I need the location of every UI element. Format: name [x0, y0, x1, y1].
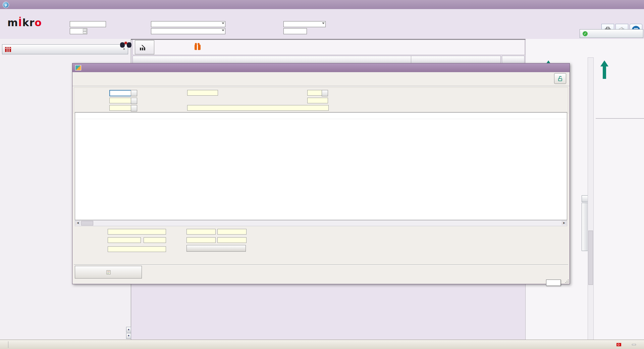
scroll-down-icon[interactable]: ▼ [126, 333, 131, 339]
tooltip [546, 280, 561, 286]
binoculars-icon[interactable] [120, 41, 131, 49]
durumu-input[interactable] [307, 98, 328, 103]
application-window: µ mİkro [0, 0, 644, 349]
toplam-input[interactable] [186, 229, 216, 235]
dialog-form [74, 87, 568, 114]
hesap-adi-input[interactable] [108, 229, 166, 235]
scroll-right-icon[interactable]: ► [561, 220, 567, 225]
hesap-bakiyesi-input[interactable] [108, 237, 141, 243]
gift-icon [195, 45, 201, 50]
edefter-button[interactable] [75, 266, 142, 279]
tahakkuk-no-input[interactable] [283, 28, 307, 34]
fis-aciklama-input[interactable] [187, 105, 329, 111]
links-bar [132, 40, 525, 55]
app-header: mİkro [0, 9, 644, 40]
fis-sihirbazi-button[interactable] [186, 245, 246, 252]
chevron-down-icon [322, 22, 325, 24]
dialog-button-row [74, 264, 568, 279]
chevron-down-icon [222, 22, 224, 24]
spinner-icon [83, 29, 87, 34]
check-icon: ✓ [583, 31, 588, 36]
dialog-icon [75, 65, 81, 70]
grup-kodu-input[interactable] [307, 90, 322, 96]
mukellefini-getir-link[interactable] [195, 45, 203, 50]
month-calendar[interactable] [596, 118, 644, 119]
scrollbar-thumb[interactable] [81, 221, 93, 226]
chart-icon [140, 44, 147, 50]
firma-select[interactable] [151, 21, 225, 27]
update-badge[interactable]: ✓ [580, 29, 643, 38]
yevmiye-no-lookup-button[interactable] [131, 105, 137, 111]
sidebar-section-genel-muhasebe[interactable]: » [2, 44, 128, 54]
bakiye-input2[interactable] [217, 237, 247, 243]
hesap-bakiyesi-input2[interactable] [144, 237, 166, 243]
sonraki-collapsed-tab[interactable] [582, 203, 588, 251]
dialog-toolbar [72, 72, 570, 87]
mali-yil-input[interactable] [70, 28, 87, 34]
scroll-left-icon[interactable]: ◄ [75, 220, 80, 225]
chevron-down-icon [222, 30, 224, 31]
merkez-adi-input[interactable] [108, 246, 166, 252]
sidebar-scroll-arrows: ▲ ▼ [126, 327, 131, 339]
num-indicator [632, 344, 636, 345]
fis-tipi-input[interactable] [187, 90, 218, 96]
binders-icon [5, 47, 11, 52]
toplam-input2[interactable] [217, 229, 247, 235]
evrak-detayli-dialog: ◄ ► [72, 63, 570, 284]
flag-icon [616, 343, 621, 346]
scrl-indicator [639, 344, 642, 345]
tarih-lookup-button[interactable] [131, 90, 137, 96]
entries-grid[interactable] [75, 112, 567, 220]
tahakkuk-ayi-select[interactable] [283, 21, 326, 27]
panel-expand-button[interactable] [582, 195, 588, 202]
grid-horizontal-scrollbar[interactable]: ◄ ► [75, 220, 567, 226]
veri-tabani-input[interactable] [70, 21, 106, 27]
vertical-scrollbar[interactable] [588, 57, 594, 340]
unlock-icon[interactable] [554, 73, 566, 84]
grup-kodu-lookup-button[interactable] [322, 90, 328, 96]
dialog-titlebar[interactable] [72, 63, 570, 72]
scroll-up-icon[interactable]: ▲ [126, 327, 131, 333]
eur-up-arrow-icon [600, 60, 607, 76]
app-icon: µ [3, 2, 9, 8]
sube-select[interactable] [151, 28, 225, 34]
guncel-durum-button[interactable] [135, 40, 154, 54]
scrollbar-thumb[interactable] [588, 231, 593, 285]
sira-no-lookup-button[interactable] [131, 98, 137, 104]
caps-indicator [626, 344, 629, 345]
mikro-logo: mİkro [7, 18, 51, 27]
tarih-input[interactable] [109, 90, 133, 96]
status-bar [0, 340, 644, 349]
sira-no-input[interactable] [109, 98, 131, 103]
resize-grip[interactable] [565, 279, 569, 283]
yevmiye-no-input[interactable] [109, 105, 131, 111]
bakiye-input[interactable] [186, 237, 216, 243]
window-titlebar: µ [0, 0, 644, 9]
